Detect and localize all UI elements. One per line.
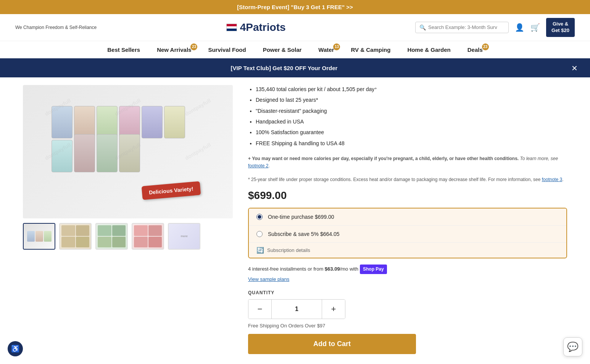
disclaimer-calories-strong: + You may want or need more calories per…: [248, 156, 519, 161]
chat-button[interactable]: 💬: [563, 337, 582, 356]
nav-label-power-solar: Power & Solar: [263, 47, 302, 53]
top-banner-text: [Storm-Prep Event] "Buy 3 Get 1 FREE" >>: [237, 4, 353, 10]
nav-label-survival-food: Survival Food: [208, 47, 246, 53]
bullet-4: Handpacked in USA: [256, 117, 567, 126]
main-product-image: Delicious Variety! dontpayfull dontpayfu…: [23, 85, 233, 218]
account-icon[interactable]: 👤: [515, 23, 524, 32]
bullet-2: Designed to last 25 years*: [256, 96, 567, 104]
image-placeholder: Delicious Variety! dontpayfull dontpayfu…: [23, 85, 233, 218]
nav-item-rv-camping[interactable]: RV & Camping: [342, 41, 399, 58]
add-to-cart-button[interactable]: Add to Cart: [248, 334, 416, 354]
header-logo: 4Patriots: [104, 21, 408, 34]
product-visual: Delicious Variety!: [48, 98, 208, 205]
product-bullets: 135,440 total calories per kit / about 1…: [248, 85, 567, 148]
quantity-decrease-button[interactable]: −: [248, 300, 271, 319]
quantity-label: QUANTITY: [248, 290, 567, 295]
free-shipping-note: Free Shipping On Orders Over $97: [248, 323, 567, 329]
package-stack: [52, 106, 197, 172]
bullet-5: 100% Satisfaction guarantee: [256, 128, 567, 136]
footnote3-link[interactable]: footnote 3: [542, 177, 562, 182]
header-actions: 🔍 👤 🛒 Give &Get $20: [415, 18, 575, 37]
refresh-icon: 🔄: [256, 247, 264, 254]
subscription-details-text: Subscription details: [267, 247, 310, 253]
top-banner[interactable]: [Storm-Prep Event] "Buy 3 Get 1 FREE" >>: [0, 0, 590, 14]
nav-label-rv-camping: RV & Camping: [351, 47, 390, 53]
give-get-button[interactable]: Give &Get $20: [546, 18, 575, 37]
quantity-increase-button[interactable]: +: [322, 300, 345, 319]
bullet-3: "Disaster-resistant" packaging: [256, 107, 567, 115]
shoppay-suffix: /mo with: [340, 266, 358, 272]
nav-label-deals: Deals: [467, 47, 483, 53]
product-price: $699.00: [248, 189, 567, 202]
accessibility-button[interactable]: ♿: [8, 341, 23, 356]
footnote2-link[interactable]: footnote 2: [248, 163, 268, 168]
vip-close-button[interactable]: ✕: [571, 64, 585, 73]
vip-banner-text: [VIP Text Club] Get $20 OFF Your Order: [5, 65, 564, 71]
nav-badge-deals: 23: [482, 43, 489, 50]
nav-item-new-arrivals[interactable]: New Arrivals 23: [148, 41, 200, 58]
logo-text: 4Patriots: [240, 21, 286, 34]
ribbon-text: Delicious Variety!: [149, 186, 194, 196]
ribbon-banner: Delicious Variety!: [142, 181, 201, 200]
shoppay-text: 4 interest-free installments or from: [248, 266, 325, 272]
disclaimer-calories-em: To learn more, see: [519, 156, 558, 161]
logo-flag-icon: [226, 24, 237, 31]
one-time-radio[interactable]: [256, 214, 263, 220]
disclaimer-shelf-life: * 25-year shelf life under proper storag…: [248, 176, 567, 183]
subscribe-label: Subscribe & save 5% $664.05: [268, 231, 340, 237]
subscription-details[interactable]: 🔄 Subscription details: [249, 243, 566, 258]
search-box[interactable]: 🔍: [415, 22, 509, 33]
bullet-1: 135,440 total calories per kit / about 1…: [256, 85, 567, 93]
search-icon: 🔍: [419, 24, 426, 30]
vip-banner: [VIP Text Club] Get $20 OFF Your Order ✕: [0, 59, 590, 77]
nav-item-water[interactable]: Water 13: [310, 41, 342, 58]
product-details: 135,440 total calories per kit / about 1…: [248, 85, 567, 354]
main-nav: Best Sellers New Arrivals 23 Survival Fo…: [0, 41, 590, 59]
purchase-options: One-time purchase $699.00 Subscribe & sa…: [248, 208, 567, 258]
thumbnail-2[interactable]: [59, 223, 92, 250]
shoppay-row: 4 interest-free installments or from $63…: [248, 265, 567, 284]
nav-badge-water: 13: [333, 43, 340, 50]
nav-label-best-sellers: Best Sellers: [107, 47, 140, 53]
nav-item-deals[interactable]: Deals 23: [459, 41, 491, 58]
header-tagline: We Champion Freedom & Self-Reliance: [15, 25, 97, 30]
nav-label-water: Water: [318, 47, 334, 53]
search-input[interactable]: [428, 24, 505, 30]
nav-label-home-garden: Home & Garden: [407, 47, 450, 53]
nav-item-power-solar[interactable]: Power & Solar: [255, 41, 310, 58]
thumbnail-1[interactable]: [23, 223, 55, 250]
purchase-option-one-time[interactable]: One-time purchase $699.00: [249, 208, 566, 226]
nav-item-survival-food[interactable]: Survival Food: [200, 41, 254, 58]
nav-label-new-arrivals: New Arrivals: [157, 47, 191, 53]
thumbnail-row: more: [23, 223, 233, 250]
quantity-value: 1: [271, 300, 322, 319]
nav-badge-new-arrivals: 23: [190, 43, 197, 50]
disclaimer-calories: + You may want or need more calories per…: [248, 155, 567, 170]
subscribe-radio[interactable]: [256, 231, 263, 237]
thumbnail-3[interactable]: [95, 223, 128, 250]
product-page: Delicious Variety! dontpayfull dontpayfu…: [0, 77, 590, 362]
product-images: Delicious Variety! dontpayfull dontpayfu…: [23, 85, 233, 354]
one-time-label: One-time purchase $699.00: [268, 214, 334, 220]
quantity-control: − 1 +: [248, 299, 345, 319]
header: We Champion Freedom & Self-Reliance 4Pat…: [0, 14, 590, 41]
bullet-list: 135,440 total calories per kit / about 1…: [248, 85, 567, 148]
thumbnail-5[interactable]: more: [168, 223, 200, 250]
purchase-option-subscribe[interactable]: Subscribe & save 5% $664.05: [249, 226, 566, 243]
shoppay-amount: $63.09: [325, 266, 340, 272]
shoppay-badge: Shop Pay: [360, 265, 387, 274]
nav-item-best-sellers[interactable]: Best Sellers: [99, 41, 148, 58]
bullet-6: FREE Shipping & handling to USA 48: [256, 139, 567, 148]
nav-item-home-garden[interactable]: Home & Garden: [399, 41, 459, 58]
logo[interactable]: 4Patriots: [226, 21, 286, 34]
view-plans-link[interactable]: View sample plans: [248, 275, 567, 284]
thumbnail-4[interactable]: [132, 223, 164, 250]
cart-icon[interactable]: 🛒: [530, 23, 540, 32]
